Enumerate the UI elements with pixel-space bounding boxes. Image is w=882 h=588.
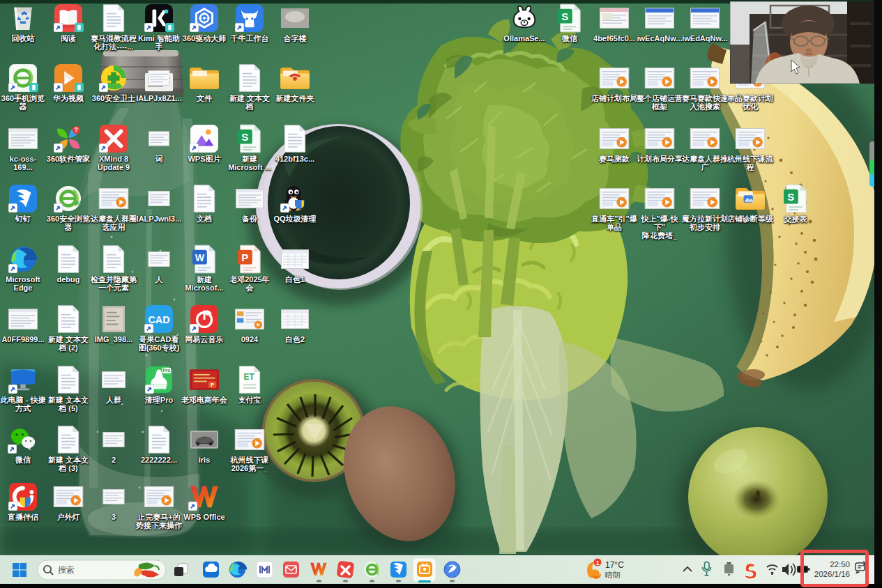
svg-text:17°C: 17°C: [605, 560, 624, 570]
svg-text:晴朗: 晴朗: [605, 571, 621, 579]
svg-text:搜索: 搜索: [58, 565, 75, 575]
svg-text:1: 1: [596, 559, 600, 566]
